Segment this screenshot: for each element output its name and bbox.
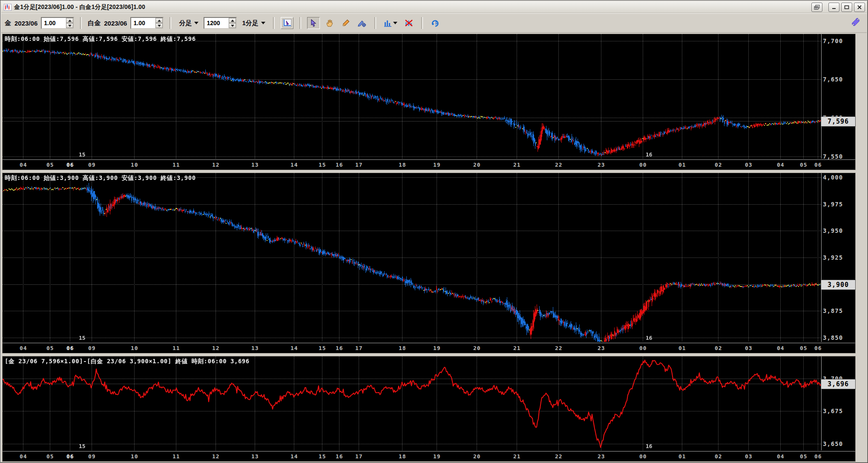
- maximize-button[interactable]: [841, 3, 852, 12]
- session-date-mark: 16: [646, 443, 652, 449]
- current-price-label: 3,900: [821, 280, 856, 290]
- platinum-ratio-up-button[interactable]: [155, 18, 163, 23]
- gold-ratio-up-button[interactable]: [66, 18, 73, 23]
- panel-spread: [金 23/06 7,596×1.00]-[白金 23/06 3,900×1.0…: [2, 356, 856, 462]
- time-tick-label: 04: [20, 162, 27, 168]
- price-tick-label: 3,875: [823, 307, 843, 314]
- time-tick-label: 06: [814, 162, 822, 168]
- time-tick-label: 06: [66, 453, 74, 460]
- time-tick-label: 21: [513, 162, 521, 168]
- gold-ratio-spinner[interactable]: 1.00: [41, 17, 74, 29]
- time-tick-label: 22: [555, 162, 563, 168]
- refresh-R-icon: R: [431, 19, 440, 27]
- clear-chart-icon: [404, 19, 414, 27]
- time-tick-label: 01: [678, 345, 686, 351]
- time-tick-label: 12: [212, 453, 220, 460]
- marker-crosshair-icon: [357, 19, 367, 27]
- time-tick-label: 14: [290, 453, 298, 460]
- time-tick-label: 13: [251, 345, 259, 351]
- session-date-mark: 15: [79, 443, 86, 449]
- time-tick-label: 17: [355, 162, 363, 168]
- bar-type-dropdown[interactable]: 分足: [177, 18, 200, 28]
- price-tick-label: 3,950: [823, 227, 843, 234]
- time-tick-label: 18: [399, 453, 406, 460]
- interval-dropdown[interactable]: 1分足: [240, 18, 267, 28]
- bar-count-spinner[interactable]: 1200: [204, 17, 237, 29]
- gold-month-select[interactable]: 2023/06: [14, 20, 37, 27]
- bar-count-value[interactable]: 1200: [204, 18, 229, 28]
- gold-ratio-value[interactable]: 1.00: [42, 18, 66, 28]
- time-tick-label: 03: [745, 162, 753, 168]
- time-tick-label: 15: [319, 453, 326, 460]
- chart-pointer-tool-button[interactable]: [281, 17, 293, 29]
- clear-chart-button[interactable]: [402, 17, 415, 29]
- time-tick-label: 12: [212, 162, 220, 168]
- time-tick-label: 12: [212, 345, 220, 351]
- time-tick-label: 11: [172, 345, 180, 351]
- toolbar-separator: [374, 17, 376, 29]
- spread-chart-canvas[interactable]: [3, 356, 822, 450]
- time-tick-label: 06: [66, 162, 74, 168]
- settings-wrench-icon[interactable]: [851, 17, 861, 29]
- time-tick-label: 01: [678, 453, 686, 460]
- time-tick-label: 06: [814, 345, 822, 351]
- platinum-info-text: 時刻:06:00 始値:3,900 高値:3,900 安値:3,900 終値:3…: [5, 174, 196, 182]
- refresh-chart-button[interactable]: R: [429, 17, 442, 29]
- select-arrow-tool-button[interactable]: [307, 17, 320, 29]
- panel-platinum: 時刻:06:00 始値:3,900 高値:3,900 安値:3,900 終値:3…: [2, 173, 856, 353]
- marker-crosshair-tool-button[interactable]: [356, 17, 368, 29]
- platinum-chart-canvas[interactable]: [3, 173, 822, 342]
- gold-info-text: 時刻:06:00 始値:7,596 高値:7,596 安値:7,596 終値:7…: [5, 35, 196, 43]
- chart-type-button[interactable]: [382, 17, 399, 29]
- time-tick-label: 17: [355, 345, 363, 351]
- session-date-mark: 16: [646, 335, 652, 341]
- price-tick-label: 4,000: [823, 174, 843, 181]
- time-tick-label: 19: [433, 345, 441, 351]
- time-tick-label: 09: [88, 162, 96, 168]
- time-tick-label: 04: [20, 345, 27, 351]
- time-tick-label: 16: [336, 162, 343, 168]
- time-tick-label: 04: [777, 162, 785, 168]
- chevron-down-icon: [261, 22, 265, 24]
- restore-windows-button[interactable]: [811, 3, 822, 12]
- platinum-price-axis: 4,0003,9753,9503,9253,9003,8753,8503,900: [822, 173, 855, 353]
- pan-hand-tool-button[interactable]: [323, 17, 336, 29]
- gold-ratio-down-button[interactable]: [66, 23, 73, 28]
- bar-count-down-button[interactable]: [229, 23, 236, 28]
- price-tick-label: 3,925: [823, 254, 843, 261]
- toolbar: 金 2023/06 1.00 白金 2023/06 1.00 分足 1200: [1, 13, 867, 33]
- close-button[interactable]: [854, 3, 865, 12]
- minimize-button[interactable]: [828, 3, 839, 12]
- bar-count-up-button[interactable]: [229, 18, 236, 23]
- pencil-draw-tool-button[interactable]: [339, 17, 352, 29]
- time-tick-label: 11: [172, 162, 180, 168]
- price-tick-label: 7,550: [823, 153, 843, 160]
- price-tick-label: 3,675: [823, 408, 843, 414]
- time-tick-label: 20: [473, 453, 481, 460]
- time-tick-label: 09: [88, 453, 96, 460]
- app-window: 金1分足[2023/06]1.00 - 白金1分足[2023/06]1.00: [0, 0, 868, 463]
- panel-gold: 時刻:06:00 始値:7,596 高値:7,596 安値:7,596 終値:7…: [2, 34, 856, 170]
- time-tick-label: 09: [88, 345, 96, 351]
- platinum-ratio-value[interactable]: 1.00: [131, 18, 155, 28]
- time-tick-label: 06: [814, 453, 822, 460]
- platinum-ratio-down-button[interactable]: [155, 23, 163, 28]
- time-tick-label: 15: [319, 345, 326, 351]
- time-tick-label: 05: [46, 453, 54, 460]
- price-tick-label: 3,975: [823, 201, 843, 208]
- time-tick-label: 03: [745, 345, 753, 351]
- time-tick-label: 10: [131, 162, 138, 168]
- platinum-month-select[interactable]: 2023/06: [104, 20, 127, 27]
- time-tick-label: 05: [46, 162, 54, 168]
- time-tick-label: 21: [513, 453, 521, 460]
- gold-chart-canvas[interactable]: [3, 34, 822, 159]
- platinum-ratio-spinner[interactable]: 1.00: [130, 17, 164, 29]
- chevron-down-icon: [393, 22, 397, 24]
- price-tick-label: 3,850: [823, 334, 843, 341]
- time-tick-label: 23: [598, 453, 605, 460]
- app-icon: [4, 4, 11, 11]
- gold-price-axis: 7,7007,6507,6007,5507,596: [822, 34, 855, 170]
- spread-price-axis: 3,7003,6753,6503,696: [822, 356, 855, 461]
- time-tick-label: 05: [46, 345, 54, 351]
- time-tick-label: 11: [172, 453, 180, 460]
